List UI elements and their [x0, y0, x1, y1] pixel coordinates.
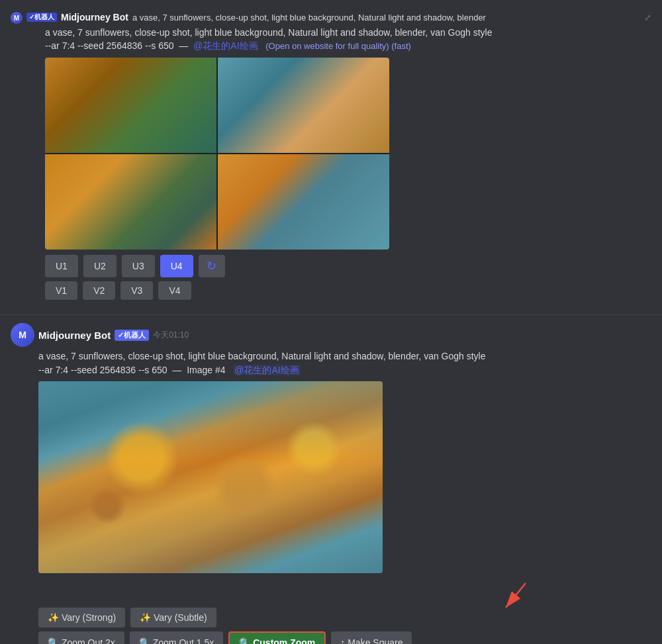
- second-message-header: M Midjourney Bot ✓机器人 今天01:10: [0, 320, 662, 348]
- prompt-snippet-1: a vase, 7 sunflowers, close-up shot, lig…: [132, 13, 640, 23]
- prompt-line2-1: --ar 7:4 --seed 2564836 --s 650: [45, 40, 174, 51]
- image-label-2: Image #4: [187, 365, 225, 375]
- badge-robot-1: ✓机器人: [26, 13, 57, 22]
- grid-image-3[interactable]: [45, 154, 216, 250]
- bot-name-2: Midjourney Bot: [38, 330, 111, 341]
- prompt-params-2: --ar 7:4 --seed 2564836 --s 650: [38, 365, 167, 375]
- v3-button[interactable]: V3: [120, 281, 153, 300]
- make-square-button[interactable]: ↕ Make Square: [331, 631, 412, 644]
- u4-button[interactable]: U4: [160, 255, 193, 277]
- image-grid[interactable]: [45, 58, 389, 250]
- grid-image-1[interactable]: [45, 58, 216, 153]
- prompt-main-2: a vase, 7 sunflowers, close-up shot, lig…: [38, 351, 486, 361]
- u1-button[interactable]: U1: [45, 255, 78, 277]
- bot-avatar-small: M: [11, 12, 23, 24]
- zoom-out-2x-button[interactable]: 🔍 Zoom Out 2x: [38, 631, 124, 644]
- chat-container: M ✓机器人 Midjourney Bot a vase, 7 sunflowe…: [0, 0, 662, 644]
- bot-avatar-2: M: [11, 323, 34, 347]
- v-buttons-row: V1 V2 V3 V4: [45, 281, 651, 300]
- at-user-1[interactable]: @花生的AI绘画: [193, 40, 258, 51]
- u3-button[interactable]: U3: [122, 255, 155, 277]
- v2-button[interactable]: V2: [83, 281, 115, 300]
- prompt-text-2: a vase, 7 sunflowers, close-up shot, lig…: [38, 349, 651, 377]
- v1-button[interactable]: V1: [45, 281, 77, 300]
- u2-button[interactable]: U2: [83, 255, 117, 277]
- bot-name-1: Midjourney Bot: [61, 12, 128, 23]
- message-divider: [0, 314, 662, 315]
- at-user-2[interactable]: @花生的AI绘画: [233, 365, 300, 375]
- single-image-wrapper: [38, 381, 651, 573]
- refresh-button[interactable]: ↻: [199, 255, 225, 277]
- prompt-text-1: a vase, 7 sunflowers, close-up shot, lig…: [38, 26, 651, 52]
- u-buttons-row: U1 U2 U3 U4 ↻: [45, 255, 651, 277]
- custom-zoom-button[interactable]: 🔍 Custom Zoom: [228, 631, 326, 644]
- message-time-2: 今天01:10: [153, 330, 189, 341]
- prompt-line1-1: a vase, 7 sunflowers, close-up shot, lig…: [45, 27, 493, 38]
- image-grid-container: U1 U2 U3 U4 ↻ V1 V2 V3 V4: [45, 58, 651, 300]
- expand-icon-1[interactable]: ⤢: [644, 13, 651, 23]
- grid-image-4[interactable]: [218, 154, 389, 250]
- first-message-body: a vase, 7 sunflowers, close-up shot, lig…: [0, 26, 662, 309]
- svg-line-1: [506, 583, 526, 608]
- zoom-out-15x-button[interactable]: 🔍 Zoom Out 1.5x: [130, 631, 223, 644]
- single-large-image[interactable]: [38, 381, 383, 573]
- bot-badge-2: ✓机器人: [115, 330, 149, 341]
- first-message-header: M ✓机器人 Midjourney Bot a vase, 7 sunflowe…: [0, 7, 662, 26]
- grid-image-2[interactable]: [218, 58, 389, 153]
- red-arrow-svg: [493, 580, 532, 613]
- v4-button[interactable]: V4: [158, 281, 191, 300]
- second-message-content: a vase, 7 sunflowers, close-up shot, lig…: [0, 348, 662, 644]
- open-link-1[interactable]: (Open on website for full quality) (fast…: [265, 41, 411, 51]
- arrow-container: [38, 580, 651, 613]
- zoom-buttons-row: 🔍 Zoom Out 2x 🔍 Zoom Out 1.5x 🔍 Custom Z…: [38, 631, 651, 644]
